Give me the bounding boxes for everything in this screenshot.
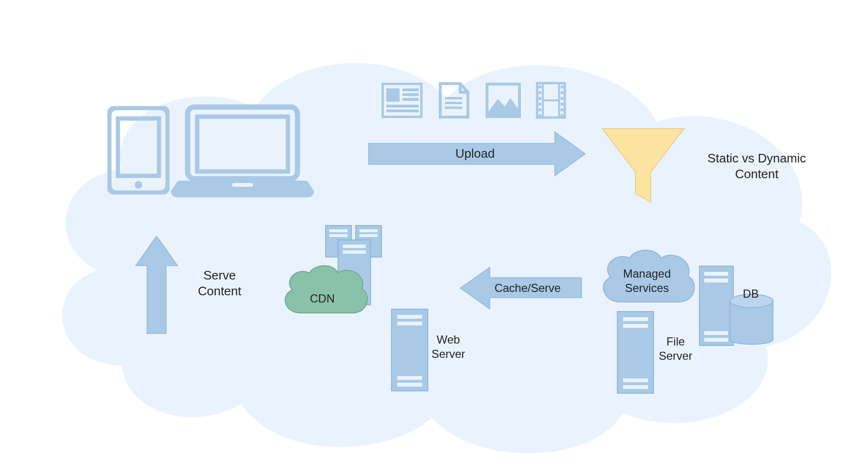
svg-rect-11 [386, 105, 419, 108]
svg-rect-23 [539, 103, 541, 106]
content-video-icon [536, 82, 566, 119]
web-server-label: Web Server [427, 333, 470, 361]
svg-rect-13 [445, 97, 462, 99]
svg-rect-4 [197, 117, 288, 172]
svg-rect-35 [623, 324, 648, 328]
funnel-icon [600, 127, 686, 205]
svg-point-2 [135, 181, 142, 189]
svg-rect-51 [343, 245, 366, 248]
content-image-icon [486, 83, 521, 118]
svg-rect-40 [704, 279, 728, 282]
svg-rect-7 [386, 88, 400, 102]
svg-rect-49 [360, 234, 378, 237]
svg-rect-59 [397, 383, 422, 387]
svg-rect-48 [360, 229, 378, 232]
tablet-icon [107, 106, 169, 194]
svg-rect-22 [539, 97, 541, 100]
upload-label: Upload [439, 146, 511, 162]
svg-rect-9 [402, 93, 419, 96]
svg-rect-46 [329, 234, 348, 237]
svg-rect-5 [232, 183, 253, 187]
svg-rect-21 [539, 91, 541, 94]
serve-content-arrow [134, 234, 179, 334]
cache-serve-label: Cache/Serve [487, 281, 568, 295]
svg-rect-29 [561, 103, 563, 106]
svg-rect-15 [445, 107, 462, 109]
svg-rect-14 [445, 102, 462, 104]
svg-rect-27 [561, 91, 563, 94]
svg-rect-12 [386, 109, 419, 112]
svg-rect-52 [343, 250, 366, 254]
svg-rect-28 [561, 97, 563, 100]
svg-rect-58 [397, 376, 422, 380]
laptop-icon [171, 104, 314, 197]
svg-rect-57 [397, 322, 422, 325]
svg-rect-24 [539, 108, 541, 111]
serve-content-label: Serve Content [191, 268, 248, 299]
db-label: DB [738, 287, 764, 301]
web-server-icon [391, 308, 429, 392]
managed-services-label: Managed Services [616, 267, 678, 295]
diagram-stage: Upload Static vs Dynamic Content Managed… [0, 0, 868, 474]
svg-rect-30 [561, 108, 563, 111]
svg-rect-26 [561, 86, 563, 88]
svg-rect-10 [402, 98, 419, 101]
svg-rect-45 [329, 229, 348, 232]
svg-rect-41 [704, 331, 728, 335]
svg-rect-39 [704, 272, 728, 276]
cdn-label: CDN [306, 291, 339, 306]
file-server-label: File Server [654, 334, 697, 363]
file-server-icon [616, 311, 655, 394]
svg-rect-31 [561, 114, 563, 117]
svg-rect-42 [704, 338, 728, 342]
content-document-icon [438, 82, 470, 119]
svg-rect-37 [623, 385, 648, 389]
content-webpage-icon [381, 83, 423, 118]
svg-rect-25 [539, 114, 541, 117]
svg-rect-8 [402, 88, 419, 91]
static-dynamic-label: Static vs Dynamic Content [695, 151, 819, 182]
cdn-cloud-icon [278, 261, 371, 318]
svg-rect-1 [118, 118, 159, 176]
svg-rect-36 [623, 378, 648, 382]
svg-rect-20 [539, 86, 541, 88]
svg-rect-34 [623, 317, 648, 321]
svg-rect-56 [397, 315, 422, 319]
